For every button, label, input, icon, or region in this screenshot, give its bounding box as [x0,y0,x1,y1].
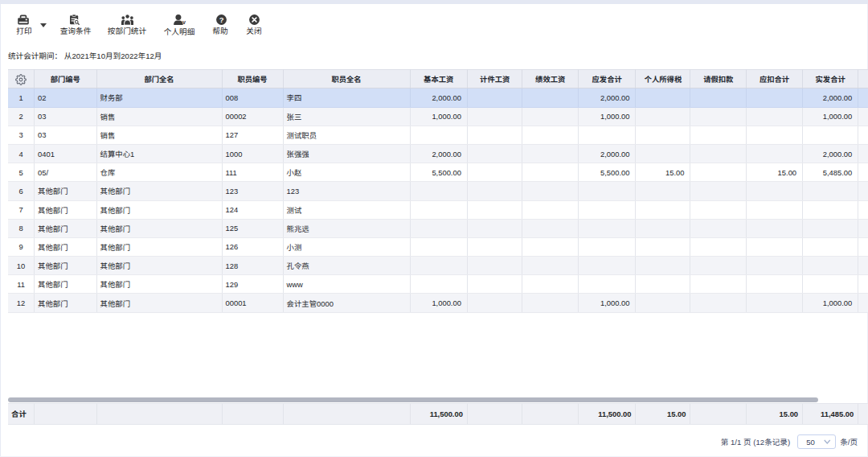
svg-text:v: v [182,19,186,25]
svg-text:?: ? [219,14,223,23]
